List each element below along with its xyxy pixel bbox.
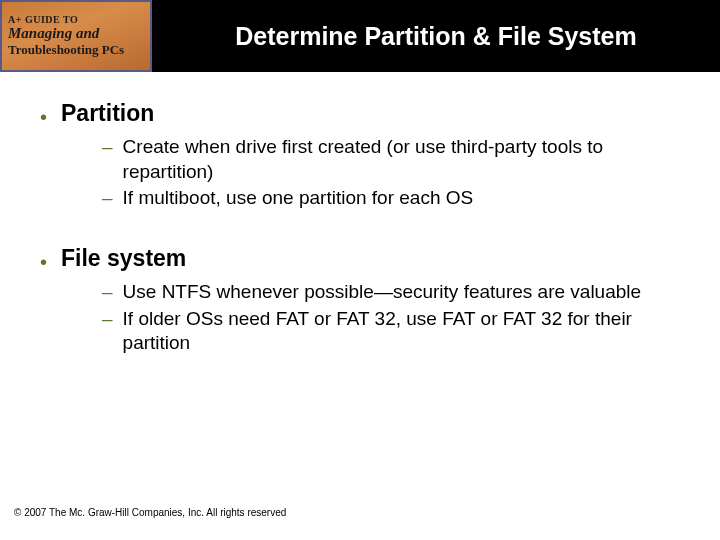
slide-title: Determine Partition & File System <box>235 22 637 51</box>
bullet-filesystem: • File system <box>40 245 690 272</box>
bullet-icon: • <box>40 252 47 272</box>
sub-text: Create when drive first created (or use … <box>123 135 690 184</box>
dash-icon: – <box>102 280 113 305</box>
logo-line3: Troubleshooting PCs <box>8 42 144 58</box>
copyright-footer: © 2007 The Mc. Graw-Hill Companies, Inc.… <box>14 507 286 518</box>
list-item: – Create when drive first created (or us… <box>102 135 690 184</box>
list-item: – If older OSs need FAT or FAT 32, use F… <box>102 307 690 356</box>
book-logo: A+ GUIDE TO Managing and Troubleshooting… <box>0 0 152 72</box>
logo-line2: Managing and <box>8 25 144 42</box>
sub-text: Use NTFS whenever possible—security feat… <box>123 280 690 305</box>
sub-text: If older OSs need FAT or FAT 32, use FAT… <box>123 307 690 356</box>
list-item: – Use NTFS whenever possible—security fe… <box>102 280 690 305</box>
sub-list-partition: – Create when drive first created (or us… <box>102 135 690 211</box>
title-bar: Determine Partition & File System <box>152 0 720 72</box>
list-item: – If multiboot, use one partition for ea… <box>102 186 690 211</box>
bullet-heading: Partition <box>61 100 154 127</box>
logo-line1: A+ GUIDE TO <box>8 14 144 25</box>
bullet-heading: File system <box>61 245 186 272</box>
bullet-icon: • <box>40 107 47 127</box>
dash-icon: – <box>102 307 113 332</box>
slide-content: • Partition – Create when drive first cr… <box>0 72 720 356</box>
sub-list-filesystem: – Use NTFS whenever possible—security fe… <box>102 280 690 356</box>
slide-header: A+ GUIDE TO Managing and Troubleshooting… <box>0 0 720 72</box>
sub-text: If multiboot, use one partition for each… <box>123 186 690 211</box>
bullet-partition: • Partition <box>40 100 690 127</box>
dash-icon: – <box>102 135 113 160</box>
dash-icon: – <box>102 186 113 211</box>
